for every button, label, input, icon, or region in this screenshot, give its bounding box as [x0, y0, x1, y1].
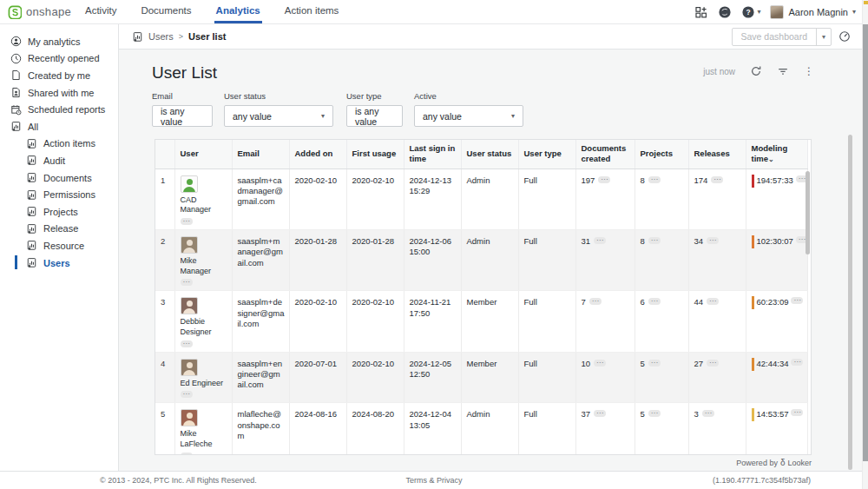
- timer-icon[interactable]: [838, 30, 851, 43]
- nav-tab-analytics[interactable]: Analytics: [214, 0, 262, 23]
- user-status-cell: Admin: [461, 229, 518, 290]
- sidebar-item-shared-with-me[interactable]: Shared with me: [0, 84, 118, 102]
- drill-menu-pill[interactable]: ⋯: [648, 410, 661, 417]
- sidebar-item-scheduled-reports[interactable]: Scheduled reports: [0, 101, 118, 118]
- powered-by-text: Powered by: [736, 459, 778, 467]
- drill-menu-pill[interactable]: ⋯: [589, 298, 602, 305]
- sidebar-item-action-items[interactable]: Action items: [0, 135, 118, 153]
- drill-menu-pill[interactable]: ⋯: [791, 297, 803, 304]
- first-usage-cell: 2020-02-10: [346, 352, 404, 403]
- col-added-on[interactable]: Added on: [289, 140, 346, 169]
- drill-menu-pill[interactable]: ⋯: [648, 360, 661, 367]
- nav-utilities: ▾ Aaron Magnin ▾: [694, 0, 868, 23]
- filter-user-status-select[interactable]: any value ▾: [224, 105, 333, 127]
- save-dashboard-dropdown[interactable]: ▾: [816, 29, 831, 45]
- sidebar-item-audit[interactable]: Audit: [0, 152, 118, 169]
- onshape-logo-icon: [8, 5, 22, 19]
- drill-menu-pill[interactable]: ⋯: [702, 410, 714, 417]
- filter-email-value[interactable]: is any value: [152, 105, 213, 127]
- drill-menu-pill[interactable]: ⋯: [707, 298, 719, 305]
- drill-menu-pill[interactable]: ⋯: [711, 176, 723, 183]
- last-sign-in-cell: 2024-12-06 15:00: [404, 229, 461, 290]
- drill-menu-pill[interactable]: ⋯: [181, 391, 193, 398]
- col-first-usage[interactable]: First usage: [346, 140, 404, 169]
- sidebar-item-created-by-me[interactable]: Created by me: [0, 67, 118, 84]
- sidebar-item-my-analytics[interactable]: My analytics: [0, 33, 118, 50]
- filter-user-type-value[interactable]: is any value: [346, 105, 403, 127]
- user-name[interactable]: Debbie Designer: [181, 317, 227, 337]
- document-icon: [10, 69, 22, 81]
- report-icon: [26, 240, 37, 251]
- filter-label: Active: [414, 91, 523, 101]
- nav-tab-documents[interactable]: Documents: [139, 0, 193, 23]
- onshape-logo[interactable]: onshape: [0, 0, 83, 23]
- col-email[interactable]: Email: [232, 140, 289, 169]
- table-scrollbar[interactable]: [806, 171, 810, 254]
- sidebar-item-documents[interactable]: Documents: [0, 169, 118, 187]
- drill-menu-pill[interactable]: ⋯: [648, 176, 661, 183]
- sidebar-item-users[interactable]: Users: [0, 254, 118, 272]
- sidebar-item-projects[interactable]: Projects: [0, 203, 118, 221]
- save-dashboard-button[interactable]: Save dashboard: [733, 29, 816, 45]
- drill-menu-pill[interactable]: ⋯: [648, 237, 661, 244]
- user-name[interactable]: Mike Manager: [181, 256, 227, 276]
- user-name[interactable]: CAD Manager: [181, 195, 227, 215]
- drill-menu-pill[interactable]: ⋯: [594, 360, 606, 367]
- table-header-row: User Email Added on First usage Last sig…: [155, 140, 807, 169]
- sidebar-label: Documents: [43, 173, 92, 183]
- sidebar-item-recently-opened[interactable]: Recently opened: [0, 50, 118, 68]
- col-user-type[interactable]: User type: [518, 140, 575, 169]
- top-navbar: onshape Activity Documents Analytics Act…: [0, 0, 868, 24]
- nav-tab-action-items[interactable]: Action items: [283, 0, 341, 23]
- sidebar-item-all[interactable]: All: [0, 118, 118, 135]
- table-row: 5 Mike LaFleche ⋯ mlafleche@onshape.com …: [155, 403, 807, 455]
- drill-menu-pill[interactable]: ⋯: [181, 218, 193, 225]
- drill-menu-pill[interactable]: ⋯: [181, 453, 193, 455]
- user-menu[interactable]: Aaron Magnin ▾: [770, 5, 856, 19]
- refresh-icon[interactable]: [750, 65, 762, 77]
- col-projects[interactable]: Projects: [635, 140, 688, 169]
- dashboard-scrollbar[interactable]: [848, 135, 852, 470]
- drill-menu-pill[interactable]: ⋯: [181, 340, 193, 347]
- col-modeling-time[interactable]: Modeling time⌄: [746, 140, 807, 169]
- drill-menu-pill[interactable]: ⋯: [791, 409, 803, 416]
- col-last-sign-in[interactable]: Last sign in time: [404, 140, 461, 169]
- kebab-menu-icon[interactable]: ⋮: [804, 66, 814, 76]
- drill-menu-pill[interactable]: ⋯: [594, 237, 606, 244]
- col-releases[interactable]: Releases: [688, 140, 746, 169]
- browser-scrollbar[interactable]: [862, 0, 868, 489]
- table-row: 4 Ed Engineer ⋯ saasplm+engineer@gmail.c…: [155, 352, 807, 403]
- app-store-icon[interactable]: [694, 5, 708, 19]
- user-name[interactable]: Mike LaFleche: [181, 429, 227, 449]
- col-user-status[interactable]: User status: [461, 140, 518, 169]
- documents-created-cell: 7⋯: [575, 291, 635, 352]
- drill-menu-pill[interactable]: ⋯: [791, 359, 803, 366]
- drill-menu-pill[interactable]: ⋯: [181, 279, 193, 286]
- drill-menu-pill[interactable]: ⋯: [707, 360, 719, 367]
- col-user[interactable]: User: [174, 140, 232, 169]
- modeling-time-cell: 60:23:09 ⋯: [746, 291, 807, 352]
- col-documents-created[interactable]: Documents created: [575, 140, 635, 169]
- looker-logo-icon: δ: [780, 458, 786, 467]
- sidebar-item-resource[interactable]: Resource: [0, 237, 118, 254]
- save-dashboard-group: Save dashboard ▾: [732, 28, 832, 46]
- user-name[interactable]: Ed Engineer: [181, 379, 224, 389]
- filter-toggle-icon[interactable]: [777, 65, 789, 77]
- nav-tab-activity[interactable]: Activity: [83, 0, 118, 23]
- drill-menu-pill[interactable]: ⋯: [707, 237, 719, 244]
- help-menu[interactable]: ▾: [741, 5, 760, 19]
- drill-menu-pill[interactable]: ⋯: [648, 298, 661, 305]
- community-globe-icon[interactable]: [718, 5, 732, 19]
- report-icon: [26, 155, 37, 166]
- modeling-time-bar: [752, 175, 754, 188]
- breadcrumb-section[interactable]: Users: [148, 31, 174, 42]
- terms-privacy-link[interactable]: Terms & Privacy: [405, 476, 462, 485]
- drill-menu-pill[interactable]: ⋯: [598, 176, 610, 183]
- filter-active-select[interactable]: any value ▾: [414, 105, 523, 127]
- sidebar-item-permissions[interactable]: Permissions: [0, 186, 118, 203]
- drill-menu-pill[interactable]: ⋯: [594, 410, 606, 417]
- user-cell: Ed Engineer ⋯: [174, 352, 232, 403]
- sidebar-item-release[interactable]: Release: [0, 221, 118, 238]
- scrollbar-thumb[interactable]: [863, 24, 868, 461]
- email-cell: saasplm+cadmanager@gmail.com: [232, 169, 289, 229]
